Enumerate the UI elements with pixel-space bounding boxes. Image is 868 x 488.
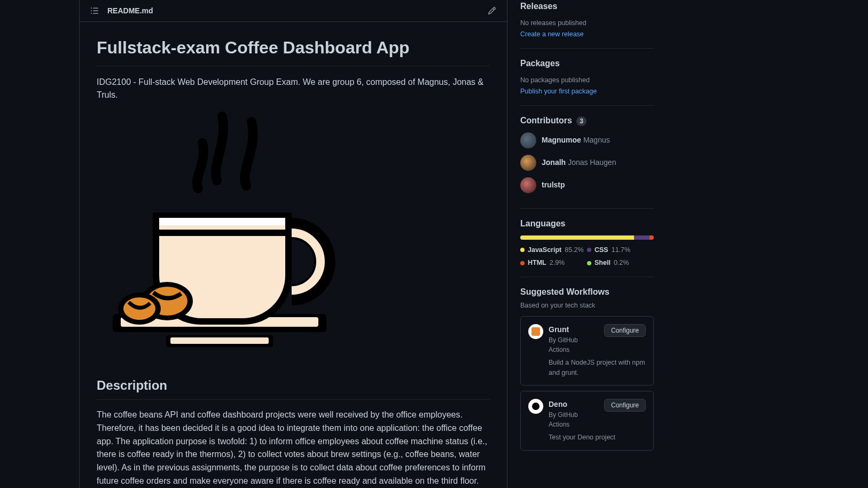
language-item[interactable]: Shell 0.2% — [587, 258, 654, 268]
contributor-item[interactable]: JonalhJonas Haugen — [520, 155, 654, 171]
workflows-section: Suggested Workflows Based on your tech s… — [520, 277, 654, 465]
language-name: Shell — [595, 258, 611, 268]
readme-filename: README.md — [107, 5, 153, 17]
releases-none: No releases published — [520, 18, 654, 28]
deno-icon — [528, 399, 543, 414]
configure-button[interactable]: Configure — [604, 399, 646, 412]
workflow-by: By GitHub Actions — [549, 335, 599, 355]
releases-section: Releases No releases published Create a … — [520, 0, 654, 49]
language-pct: 85.2% — [565, 245, 583, 255]
description-heading: Description — [97, 376, 490, 400]
readme-intro: IDG2100 - Full-stack Web Development Gro… — [97, 76, 490, 101]
color-dot — [520, 261, 525, 265]
svg-rect-3 — [170, 337, 269, 344]
color-dot — [587, 248, 591, 252]
workflow-card: Grunt By GitHub Actions Configure Build … — [520, 316, 654, 386]
svg-rect-4 — [159, 218, 285, 225]
releases-heading: Releases — [520, 0, 654, 13]
workflow-desc: Test your Deno project — [549, 432, 646, 443]
workflow-name: Grunt — [549, 324, 599, 335]
create-release-link[interactable]: Create a new release — [520, 30, 584, 38]
packages-heading: Packages — [520, 57, 654, 70]
readme-panel: README.md Fullstack-exam Coffee Dashboar… — [79, 0, 507, 488]
svg-rect-5 — [153, 230, 292, 236]
contributor-item[interactable]: MagnumoeMagnus — [520, 132, 654, 148]
languages-section: Languages JavaScript 85.2% CSS 11.7% — [520, 209, 654, 278]
contributors-heading: Contributors — [520, 116, 572, 125]
grunt-icon — [528, 324, 543, 339]
pencil-icon — [488, 6, 496, 15]
color-dot — [587, 261, 591, 265]
language-item[interactable]: CSS 11.7% — [587, 245, 654, 255]
language-item[interactable]: JavaScript 85.2% — [520, 245, 587, 255]
contributor-login: trulstp — [542, 180, 565, 189]
contributor-fullname: Magnus — [583, 136, 610, 144]
description-text: The coffee beans API and coffee dashboar… — [97, 408, 490, 488]
page-title: Fullstack-exam Coffee Dashboard App — [97, 35, 490, 66]
repo-sidebar: Releases No releases published Create a … — [510, 0, 662, 488]
avatar — [520, 155, 536, 171]
contributors-section: Contributors 3 MagnumoeMagnus JonalhJona… — [520, 106, 654, 209]
packages-none: No packages published — [520, 75, 654, 85]
workflow-desc: Build a NodeJS project with npm and grun… — [549, 358, 646, 378]
contributor-login: Magnumoe — [542, 136, 581, 144]
toc-button[interactable] — [88, 4, 101, 17]
packages-section: Packages No packages published Publish y… — [520, 49, 654, 106]
workflows-heading: Suggested Workflows — [520, 286, 654, 298]
contributor-fullname: Jonas Haugen — [568, 158, 616, 167]
workflow-card: Deno By GitHub Actions Configure Test yo… — [520, 391, 654, 451]
language-name: HTML — [528, 258, 546, 268]
edit-readme-button[interactable] — [486, 4, 498, 17]
languages-heading: Languages — [520, 217, 654, 230]
contributors-count: 3 — [576, 116, 587, 126]
language-pct: 0.2% — [614, 258, 629, 268]
workflow-by: By GitHub Actions — [549, 410, 599, 429]
language-pct: 11.7% — [612, 245, 630, 255]
language-pct: 2.9% — [550, 258, 565, 268]
contributor-login: Jonalh — [542, 158, 566, 167]
language-item[interactable]: HTML 2.9% — [520, 258, 587, 268]
list-icon — [90, 6, 99, 15]
coffee-illustration — [107, 111, 490, 365]
workflow-name: Deno — [549, 399, 599, 410]
avatar — [520, 132, 536, 148]
languages-bar — [520, 235, 654, 240]
publish-package-link[interactable]: Publish your first package — [520, 88, 597, 95]
color-dot — [520, 248, 525, 252]
contributor-item[interactable]: trulstp — [520, 177, 654, 193]
language-name: CSS — [595, 245, 608, 255]
configure-button[interactable]: Configure — [604, 324, 646, 337]
language-name: JavaScript — [528, 245, 561, 255]
workflows-sub: Based on your tech stack — [520, 301, 654, 311]
avatar — [520, 177, 536, 193]
